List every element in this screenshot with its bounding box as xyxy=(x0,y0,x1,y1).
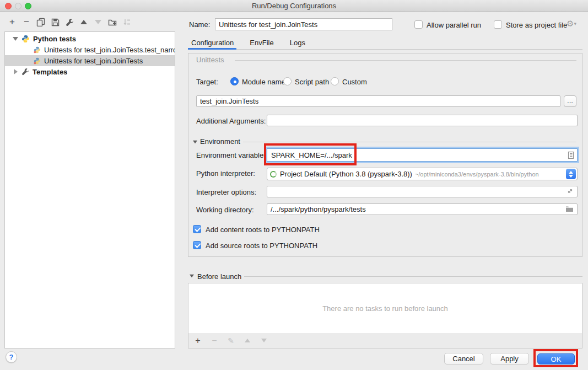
store-as-project-file-checkbox[interactable] xyxy=(494,20,502,29)
move-task-up-button[interactable] xyxy=(242,336,252,346)
python-interpreter-value: Project Default (Python 3.8 (pyspark-3.8… xyxy=(280,170,412,178)
section-divider xyxy=(235,60,576,61)
move-up-icon xyxy=(245,339,250,342)
tree-item-label: Unittests for test_join.JoinTests xyxy=(44,57,143,65)
apply-button[interactable]: Apply xyxy=(490,353,529,364)
copy-icon xyxy=(36,18,45,26)
create-folder-button[interactable] xyxy=(107,17,117,27)
sort-configurations-button[interactable] xyxy=(122,17,132,27)
templates-wrench-icon xyxy=(21,68,29,76)
move-down-icon xyxy=(261,339,267,342)
move-task-down-button[interactable] xyxy=(259,336,269,346)
additional-arguments-input[interactable] xyxy=(267,115,578,126)
python-interpreter-select[interactable]: Project Default (Python 3.8 (pyspark-3.8… xyxy=(267,168,578,180)
run-debug-configurations-dialog: Run/Debug Configurations + − xyxy=(0,0,588,370)
interpreter-dropdown-stepper[interactable] xyxy=(566,169,576,179)
zoom-window-button[interactable] xyxy=(25,3,31,9)
sort-alphabetically-icon xyxy=(123,18,131,26)
edit-task-button[interactable]: ✎ xyxy=(226,336,236,346)
environment-variables-field[interactable]: SPARK_HOME=/.../spark xyxy=(267,148,578,162)
minimize-window-button[interactable] xyxy=(15,3,21,9)
before-launch-section-label: Before launch xyxy=(197,272,241,281)
pencil-icon: ✎ xyxy=(228,336,234,345)
target-module-name-radio[interactable] xyxy=(230,77,239,85)
minus-icon: − xyxy=(212,336,217,346)
store-as-project-file-label: Store as project file xyxy=(506,21,567,29)
before-launch-toolbar: + − ✎ xyxy=(188,333,582,348)
edit-templates-button[interactable] xyxy=(64,17,74,27)
section-divider xyxy=(244,276,582,277)
save-icon xyxy=(51,18,60,26)
tree-item-label: Unittests for test_join.JoinTests.test_n… xyxy=(44,46,175,54)
titlebar: Run/Debug Configurations xyxy=(0,0,588,12)
conda-env-icon xyxy=(270,171,277,178)
add-configuration-button[interactable]: + xyxy=(7,17,17,27)
section-divider xyxy=(243,142,576,142)
target-module-name-label: Module name xyxy=(242,78,285,86)
tree-item-unittest-jointests-selected[interactable]: Unittests for test_join.JoinTests xyxy=(5,55,175,66)
target-script-path-label: Script path xyxy=(295,78,329,86)
expand-arrow-icon[interactable] xyxy=(12,37,19,41)
tree-item-python-tests[interactable]: Python tests xyxy=(5,33,175,44)
python-interpreter-label: Python interpreter: xyxy=(196,169,255,178)
allow-parallel-run-checkbox[interactable] xyxy=(414,20,423,29)
add-source-roots-label: Add source roots to PYTHONPATH xyxy=(206,242,317,250)
add-source-roots-checkbox[interactable] xyxy=(193,241,201,249)
target-script-path-radio[interactable] xyxy=(283,77,292,85)
window-title: Run/Debug Configurations xyxy=(0,0,588,12)
tab-logs[interactable]: Logs xyxy=(290,39,305,50)
configurations-toolbar: + − xyxy=(7,17,132,27)
save-configuration-button[interactable] xyxy=(50,17,60,27)
help-button[interactable]: ? xyxy=(6,351,17,363)
tab-divider xyxy=(188,49,582,50)
name-label: Name: xyxy=(189,20,210,29)
unittests-section-label: Unittests xyxy=(196,56,224,64)
minus-icon: − xyxy=(24,18,29,26)
name-input[interactable] xyxy=(215,18,392,30)
add-content-roots-checkbox[interactable] xyxy=(193,225,201,233)
environment-variables-value: SPARK_HOME=/.../spark xyxy=(271,151,567,159)
additional-arguments-label: Additional Arguments: xyxy=(196,117,266,125)
remove-configuration-button[interactable]: − xyxy=(21,17,31,27)
allow-parallel-run-label: Allow parallel run xyxy=(427,21,481,29)
add-task-button[interactable]: + xyxy=(193,336,203,346)
ok-button[interactable]: OK xyxy=(537,353,575,364)
expand-editor-icon[interactable] xyxy=(567,187,574,195)
browse-module-button[interactable]: ... xyxy=(564,95,576,107)
working-directory-input[interactable] xyxy=(267,203,578,215)
tree-item-label: Python tests xyxy=(33,35,76,43)
move-up-icon xyxy=(80,20,87,24)
target-label: Target: xyxy=(196,78,218,86)
environment-variables-label: Environment variables: xyxy=(196,151,269,159)
move-up-button[interactable] xyxy=(79,17,89,27)
target-custom-label: Custom xyxy=(342,78,367,86)
copy-configuration-button[interactable] xyxy=(36,17,46,27)
configuration-panel: Unittests Target: Module name Script pat… xyxy=(188,53,582,257)
before-launch-empty-message: There are no tasks to run before launch xyxy=(188,283,582,334)
working-directory-label: Working directory: xyxy=(196,206,254,214)
tree-item-unittest-narrow[interactable]: Unittests for test_join.JoinTests.test_n… xyxy=(5,44,175,55)
before-launch-expand-icon[interactable] xyxy=(189,274,195,278)
move-down-button[interactable] xyxy=(93,17,103,27)
module-name-input[interactable] xyxy=(196,95,560,107)
active-tab-indicator xyxy=(188,48,236,50)
python-icon xyxy=(21,35,30,43)
python-test-icon xyxy=(34,57,41,65)
store-options-gear-icon[interactable]: ⚙▾ xyxy=(567,19,576,29)
remove-task-button[interactable]: − xyxy=(209,336,219,346)
env-vars-editor-icon[interactable] xyxy=(567,151,575,159)
before-launch-task-list: There are no tasks to run before launch … xyxy=(188,283,582,348)
tab-envfile[interactable]: EnvFile xyxy=(250,39,273,50)
environment-expand-icon[interactable] xyxy=(192,140,198,144)
collapse-arrow-icon[interactable] xyxy=(12,69,19,74)
python-interpreter-path: ~/opt/miniconda3/envs/pyspark-3.8/bin/py… xyxy=(415,171,566,178)
cancel-button[interactable]: Cancel xyxy=(444,353,483,364)
target-custom-radio[interactable] xyxy=(331,77,339,85)
folder-icon[interactable] xyxy=(565,205,574,212)
interpreter-options-input[interactable] xyxy=(267,186,578,197)
tree-item-templates[interactable]: Templates xyxy=(5,66,175,77)
plus-icon: + xyxy=(195,336,200,345)
close-window-button[interactable] xyxy=(5,3,12,9)
wrench-icon xyxy=(66,18,74,26)
plus-icon: + xyxy=(9,18,15,26)
